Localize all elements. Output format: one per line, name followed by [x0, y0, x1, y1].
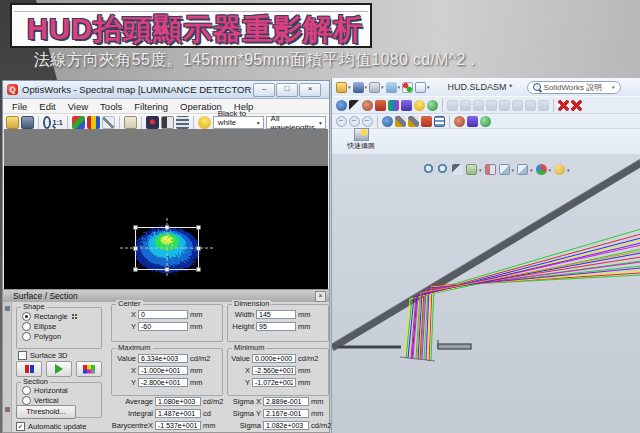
save-icon[interactable]	[353, 82, 364, 93]
display-style-icon[interactable]	[517, 164, 528, 175]
surface-section-titlebar[interactable]: Surface / Section ×	[3, 290, 329, 302]
mate-flag-icon[interactable]	[571, 100, 582, 111]
spectrum-chart-icon[interactable]	[388, 100, 399, 111]
render-globe-icon[interactable]	[480, 116, 491, 127]
zoom-fit-icon[interactable]	[362, 116, 373, 127]
center-y-field[interactable]	[138, 322, 188, 331]
center-x-field[interactable]	[138, 310, 188, 319]
result-map-icon[interactable]	[401, 100, 412, 111]
simulation-chart-icon[interactable]	[375, 100, 386, 111]
radio-rectangle[interactable]: Rectangle	[22, 312, 101, 321]
view-settings-icon[interactable]	[485, 164, 496, 175]
min-value-field[interactable]	[252, 354, 296, 363]
disabled-tool-icon[interactable]	[512, 100, 523, 111]
color-triangle-icon[interactable]	[72, 116, 85, 129]
contrast-icon[interactable]	[161, 116, 174, 129]
disabled-tool-icon[interactable]	[460, 100, 471, 111]
zoom-out-icon[interactable]	[349, 116, 360, 127]
color-triangle-button[interactable]	[46, 361, 72, 377]
previous-view-icon[interactable]	[452, 164, 463, 175]
lightbulb-icon[interactable]	[198, 116, 211, 129]
disabled-tool-icon[interactable]	[447, 100, 458, 111]
map-result-icon[interactable]	[467, 116, 478, 127]
menu-filtering[interactable]: Filtering	[128, 101, 174, 112]
color-grid-button[interactable]	[76, 361, 102, 377]
barycentre-x-field[interactable]	[155, 421, 201, 430]
false-color-button[interactable]	[16, 361, 42, 377]
mate-flag-icon[interactable]	[558, 100, 569, 111]
options-icon[interactable]	[415, 82, 426, 93]
radio-horizontal[interactable]: Horizontal	[22, 386, 101, 395]
scene-icon[interactable]	[554, 164, 565, 175]
radio-vertical[interactable]: Vertical	[22, 396, 101, 405]
sketch-edit-icon[interactable]	[408, 116, 419, 127]
close-button[interactable]: ×	[299, 83, 321, 97]
average-field[interactable]	[155, 397, 201, 406]
lightbulb-icon[interactable]	[414, 100, 425, 111]
color-scale-icon[interactable]	[87, 116, 100, 129]
menu-tools[interactable]: Tools	[94, 101, 128, 112]
disabled-tool-icon[interactable]	[486, 100, 497, 111]
detector-grid-icon[interactable]	[434, 116, 445, 127]
measure-icon[interactable]	[102, 116, 115, 129]
open-icon[interactable]	[6, 116, 19, 129]
wavelength-dropdown[interactable]: All wavelengths ▼	[266, 116, 326, 129]
sigma-field[interactable]	[263, 421, 309, 430]
sigma-x-field[interactable]	[263, 397, 309, 406]
levels-icon[interactable]	[176, 116, 189, 129]
appearance-icon[interactable]	[536, 164, 547, 175]
menu-file[interactable]: File	[6, 101, 33, 112]
print-icon[interactable]	[369, 82, 380, 93]
max-value-field[interactable]	[138, 354, 188, 363]
height-field[interactable]	[256, 322, 296, 331]
menu-edit[interactable]: Edit	[33, 101, 61, 112]
select-cursor-icon[interactable]	[349, 100, 360, 111]
render-globe-icon[interactable]	[427, 100, 438, 111]
sketch-icon[interactable]	[395, 116, 406, 127]
menu-view[interactable]: View	[62, 101, 94, 112]
view-orientation-icon[interactable]	[499, 164, 510, 175]
disabled-tool-icon[interactable]	[538, 100, 549, 111]
open-icon[interactable]	[336, 82, 347, 93]
disabled-tool-icon[interactable]	[525, 100, 536, 111]
minimize-button[interactable]: –	[253, 83, 275, 97]
radio-ellipse[interactable]: Ellipse	[22, 322, 101, 331]
min-x-field[interactable]	[252, 366, 296, 375]
optis-source-icon[interactable]	[336, 100, 347, 111]
optisworks-titlebar[interactable]: Q OptisWorks - Spectral map [LUMINANCE D…	[3, 81, 329, 99]
disabled-tool-icon[interactable]	[499, 100, 510, 111]
zoom-icon[interactable]	[43, 116, 51, 129]
cad-viewport[interactable]: ▾ ▾ ▾ ▾ ▾	[332, 154, 640, 433]
clipboard-icon[interactable]	[124, 116, 137, 129]
close-icon[interactable]: ×	[315, 291, 326, 302]
disabled-tool-icon[interactable]	[473, 100, 484, 111]
search-box[interactable]: SolidWorks 說明 ▾	[527, 81, 621, 94]
max-x-field[interactable]	[138, 366, 188, 375]
sigma-y-field[interactable]	[263, 409, 309, 418]
analysis-chart-icon[interactable]	[421, 116, 432, 127]
optis-sensor-icon[interactable]	[362, 100, 373, 111]
quick-capture-tool[interactable]: 快速攝圖	[345, 128, 377, 150]
maximize-button[interactable]: □	[276, 83, 298, 97]
zoom-to-area-icon[interactable]	[438, 164, 449, 175]
previous-view-icon[interactable]	[336, 116, 347, 127]
undo-icon[interactable]	[386, 82, 397, 93]
min-y-field[interactable]	[252, 378, 296, 387]
zoom-to-fit-icon[interactable]	[424, 164, 435, 175]
integral-field[interactable]	[155, 409, 201, 418]
max-y-field[interactable]	[138, 378, 188, 387]
optis-tool-icon[interactable]	[382, 116, 393, 127]
save-icon[interactable]	[21, 116, 34, 129]
rebuild-icon[interactable]	[402, 82, 413, 93]
width-field[interactable]	[256, 310, 296, 319]
radio-polygon[interactable]: Polygon	[22, 332, 101, 341]
luminance-map-canvas[interactable]	[4, 166, 328, 290]
section-view-icon[interactable]	[466, 164, 477, 175]
palette-dropdown[interactable]: Black to white (color) ▼	[213, 116, 264, 129]
move-handle-icon[interactable]	[71, 313, 78, 320]
automatic-update-checkbox[interactable]: ✓ Automatic update	[16, 422, 86, 431]
threshold-button[interactable]: Threshold...	[16, 405, 76, 419]
optis-run-icon[interactable]	[454, 116, 465, 127]
surface-3d-checkbox[interactable]: Surface 3D	[18, 351, 68, 360]
detector-map-icon[interactable]	[146, 116, 159, 129]
